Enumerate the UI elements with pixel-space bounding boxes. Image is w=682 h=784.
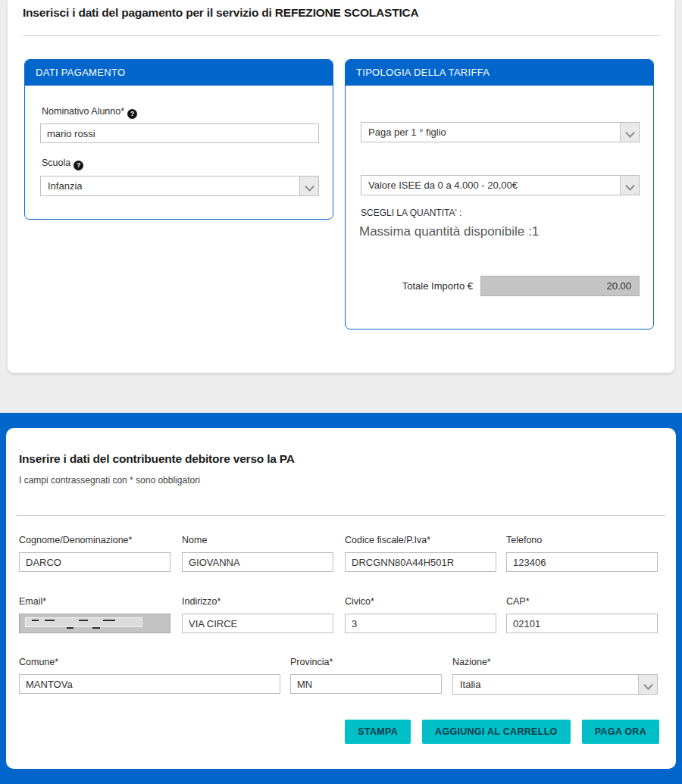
total-amount-field: [480, 276, 640, 296]
chevron-down-icon: [620, 123, 639, 142]
stampa-button[interactable]: STAMPA: [345, 720, 411, 744]
civico-label: Civico*: [345, 596, 374, 607]
cap-input[interactable]: [506, 614, 658, 633]
title-divider: [23, 35, 659, 36]
nome-label: Nome: [182, 535, 207, 545]
payment-data-card: Inserisci i dati del pagamento per il se…: [8, 0, 674, 373]
paga-ora-button[interactable]: PAGA ORA: [582, 720, 659, 744]
chevron-down-icon: [638, 675, 657, 694]
codice-fiscale-label: Codice fiscale/P.Iva*: [345, 535, 430, 545]
form-divider: [17, 515, 665, 516]
max-quantity-text: Massima quantità disponibile :1: [359, 224, 539, 239]
comune-input[interactable]: [19, 674, 280, 694]
scuola-label: Scuola: [42, 158, 70, 168]
dati-pagamento-header: DATI PAGAMENTO: [25, 60, 333, 86]
required-fields-note: I campi contrassegnati con * sono obblig…: [19, 475, 200, 486]
cap-label: CAP*: [506, 596, 530, 607]
telefono-input[interactable]: [506, 552, 658, 572]
chevron-down-icon: [620, 176, 639, 195]
indirizzo-input[interactable]: [182, 614, 333, 633]
nazione-select[interactable]: Italia: [452, 674, 658, 695]
tipologia-tariffa-header: TIPOLOGIA DELLA TARIFFA: [346, 60, 653, 86]
nazione-label: Nazione*: [452, 657, 491, 667]
figlio-select-value: Paga per 1 ° figlio: [368, 123, 446, 142]
nominativo-input[interactable]: [40, 123, 319, 143]
page-title: Inserisci i dati del pagamento per il se…: [23, 6, 419, 20]
debtor-section-title: Inserire i dati del contribuente debitor…: [19, 452, 295, 466]
cognome-label: Cognome/Denominazione*: [19, 535, 132, 545]
quantity-label: SCEGLI LA QUANTITA' :: [361, 208, 461, 218]
email-label: Email*: [19, 596, 46, 607]
redaction-overlay: [25, 617, 142, 627]
figlio-select[interactable]: Paga per 1 ° figlio: [361, 122, 640, 142]
isee-select[interactable]: Valore ISEE da 0 a 4.000 - 20,00€: [361, 175, 640, 195]
civico-input[interactable]: [345, 614, 496, 633]
nazione-select-value: Italia: [460, 675, 480, 694]
debtor-data-card: Inserire i dati del contribuente debitor…: [6, 428, 676, 769]
codice-fiscale-input[interactable]: [345, 552, 496, 572]
total-label: Totale Importo €: [346, 280, 473, 292]
provincia-input[interactable]: [290, 674, 442, 694]
question-circle-icon[interactable]: ?: [127, 109, 137, 119]
nome-input[interactable]: [182, 552, 333, 572]
provincia-label: Provincia*: [290, 657, 333, 667]
cognome-input[interactable]: [19, 552, 170, 572]
telefono-label: Telefono: [506, 535, 542, 545]
scuola-select-value: Infanzia: [48, 176, 83, 195]
email-field-redacted: [19, 614, 170, 633]
comune-label: Comune*: [19, 657, 58, 667]
question-circle-icon[interactable]: ?: [74, 161, 83, 170]
scuola-select[interactable]: Infanzia: [40, 176, 319, 196]
isee-select-value: Valore ISEE da 0 a 4.000 - 20,00€: [368, 176, 518, 195]
indirizzo-label: Indirizzo*: [182, 596, 221, 607]
aggiungi-al-carrello-button[interactable]: AGGIUNGI AL CARRELLO: [422, 720, 571, 744]
chevron-down-icon: [299, 176, 318, 195]
tipologia-tariffa-panel: TIPOLOGIA DELLA TARIFFA Paga per 1 ° fig…: [345, 59, 654, 330]
nominativo-label: Nominativo Alunno*: [42, 106, 124, 117]
dati-pagamento-panel: DATI PAGAMENTO Nominativo Alunno*? Scuol…: [24, 59, 333, 220]
